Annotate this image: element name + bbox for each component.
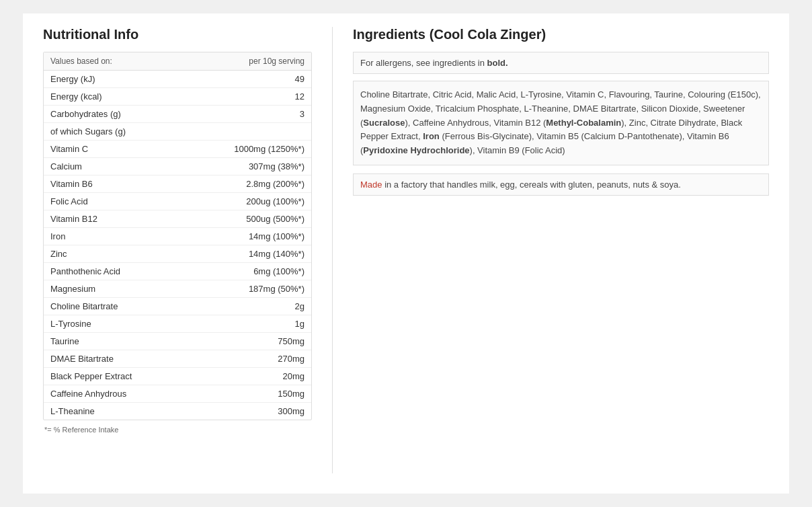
- ingredients-panel: Ingredients (Cool Cola Zinger) For aller…: [332, 27, 769, 473]
- table-row: Vitamin B6 2.8mg (200%*): [44, 176, 311, 193]
- nutritional-panel: Nutritional Info Values based on: per 10…: [43, 27, 312, 473]
- table-row: Vitamin C 1000mg (1250%*): [44, 141, 311, 158]
- row-value: 500ug (500%*): [246, 214, 304, 224]
- row-value: 1000mg (1250%*): [234, 144, 304, 154]
- allergen-note-prefix: For allergens, see ingredients in: [360, 58, 487, 68]
- table-row: Black Pepper Extract 20mg: [44, 368, 311, 385]
- table-header-right: per 10g serving: [249, 56, 304, 66]
- row-label: Calcium: [50, 161, 82, 171]
- row-label: Energy (kJ): [50, 74, 95, 84]
- table-row: Vitamin B12 500ug (500%*): [44, 210, 311, 228]
- table-row: L-Theanine 300mg: [44, 403, 311, 420]
- row-label: Black Pepper Extract: [50, 371, 132, 381]
- factory-note-rest: in a factory that handles milk, egg, cer…: [382, 180, 681, 190]
- row-value: 307mg (38%*): [249, 161, 304, 171]
- row-label: Zinc: [50, 249, 67, 259]
- row-label: Carbohydrates (g): [50, 109, 121, 119]
- row-label: Magnesium: [50, 284, 95, 294]
- row-label: Panthothenic Acid: [50, 266, 120, 276]
- table-row: Carbohydrates (g) 3: [44, 106, 311, 123]
- row-label: Taurine: [50, 336, 79, 346]
- row-label: Choline Bitartrate: [50, 301, 118, 311]
- ingredients-subtitle: (Cool Cola Zinger): [430, 27, 546, 42]
- table-row: Zinc 14mg (140%*): [44, 245, 311, 263]
- table-header: Values based on: per 10g serving: [44, 52, 311, 71]
- row-label: Folic Acid: [50, 196, 88, 206]
- row-label: Vitamin B6: [50, 179, 93, 189]
- table-row: Taurine 750mg: [44, 333, 311, 350]
- nutrition-rows: Energy (kJ) 49 Energy (kcal) 12 Carbohyd…: [44, 71, 311, 420]
- row-label: Iron: [50, 231, 65, 241]
- row-value: 3: [300, 109, 304, 119]
- row-value: 20mg: [282, 371, 304, 381]
- row-value: 187mg (50%*): [249, 284, 304, 294]
- row-value: 6mg (100%*): [253, 266, 304, 276]
- table-row: Choline Bitartrate 2g: [44, 298, 311, 315]
- row-value: 2g: [295, 301, 304, 311]
- table-row: DMAE Bitartrate 270mg: [44, 350, 311, 368]
- row-value: 49: [295, 74, 304, 84]
- table-row: Caffeine Anhydrous 150mg: [44, 385, 311, 403]
- table-row: L-Tyrosine 1g: [44, 315, 311, 333]
- row-label: Vitamin C: [50, 144, 88, 154]
- row-value: 300mg: [278, 406, 304, 416]
- nutritional-table: Values based on: per 10g serving Energy …: [43, 52, 312, 420]
- nutritional-title: Nutritional Info: [43, 27, 312, 42]
- factory-note-made: Made: [360, 180, 382, 190]
- table-row: Energy (kcal) 12: [44, 88, 311, 106]
- factory-note: Made in a factory that handles milk, egg…: [353, 173, 769, 196]
- row-value: 200ug (100%*): [246, 196, 304, 206]
- table-row: Calcium 307mg (38%*): [44, 158, 311, 176]
- table-row: Energy (kJ) 49: [44, 71, 311, 88]
- allergen-note-bold: bold.: [487, 58, 508, 68]
- allergen-note: For allergens, see ingredients in bold.: [353, 52, 769, 74]
- table-row: Magnesium 187mg (50%*): [44, 280, 311, 298]
- row-value: 14mg (140%*): [249, 249, 304, 259]
- table-row: Panthothenic Acid 6mg (100%*): [44, 263, 311, 280]
- row-value: 270mg: [278, 354, 304, 364]
- table-header-left: Values based on:: [50, 56, 112, 66]
- row-label: L-Theanine: [50, 406, 95, 416]
- row-label: Caffeine Anhydrous: [50, 389, 126, 399]
- table-row: Iron 14mg (100%*): [44, 228, 311, 245]
- table-row: of which Sugars (g): [44, 123, 311, 141]
- main-container: Nutritional Info Values based on: per 10…: [23, 13, 789, 494]
- ingredients-title: Ingredients: [353, 27, 425, 42]
- row-value: 150mg: [278, 389, 304, 399]
- row-label: DMAE Bitartrate: [50, 354, 114, 364]
- table-row: Folic Acid 200ug (100%*): [44, 193, 311, 210]
- row-value: 1g: [295, 319, 304, 329]
- row-value: 12: [295, 91, 304, 102]
- row-label: L-Tyrosine: [50, 319, 91, 329]
- row-value: 750mg: [278, 336, 304, 346]
- row-label: Energy (kcal): [50, 91, 102, 102]
- row-value: 14mg (100%*): [249, 231, 304, 241]
- footnote: *= % Reference Intake: [43, 426, 312, 434]
- ingredients-list: Choline Bitartrate, Citric Acid, Malic A…: [353, 81, 769, 165]
- row-label: Vitamin B12: [50, 214, 97, 224]
- row-value: 2.8mg (200%*): [246, 179, 304, 189]
- row-label: of which Sugars (g): [50, 126, 126, 136]
